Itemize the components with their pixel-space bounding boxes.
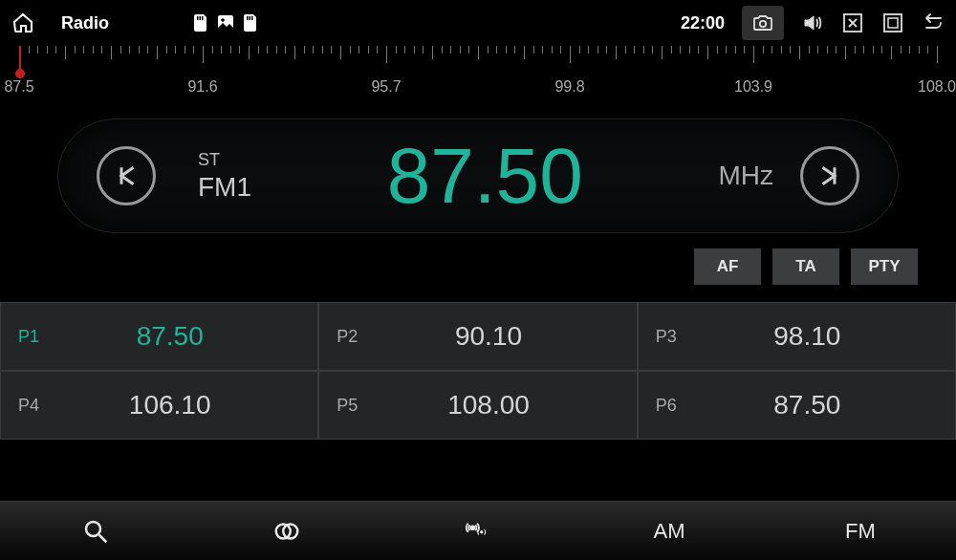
switch-icon[interactable] — [881, 11, 904, 34]
search-button[interactable] — [0, 502, 191, 560]
screenshot-button[interactable] — [742, 6, 784, 40]
svg-point-4 — [221, 18, 225, 22]
preset-value: 108.00 — [358, 390, 619, 420]
bottom-bar: AM FM — [0, 501, 956, 560]
stereo-mono-button[interactable] — [191, 502, 382, 560]
dial-label: 95.7 — [371, 78, 401, 96]
preset-name: P4 — [18, 396, 39, 416]
svg-rect-7 — [251, 16, 253, 20]
preset-name: P1 — [18, 327, 39, 347]
local-distance-button[interactable] — [382, 502, 574, 560]
close-window-icon[interactable] — [841, 11, 864, 34]
svg-point-8 — [760, 21, 766, 27]
sd-icon — [193, 14, 208, 32]
seek-prev-button[interactable] — [97, 146, 156, 205]
sd-icon-2 — [243, 14, 258, 32]
dial-label: 91.6 — [187, 78, 217, 96]
svg-rect-11 — [888, 18, 898, 28]
preset-name: P5 — [337, 396, 358, 416]
am-button[interactable]: AM — [574, 502, 765, 560]
preset-5[interactable]: P5108.00 — [318, 371, 637, 440]
dial-indicator — [19, 46, 21, 73]
svg-rect-10 — [884, 14, 902, 32]
home-icon[interactable] — [11, 11, 34, 34]
svg-rect-5 — [247, 16, 249, 20]
preset-3[interactable]: P398.10 — [638, 302, 956, 371]
fm-button[interactable]: FM — [765, 502, 956, 560]
clock: 22:00 — [681, 13, 725, 33]
dial-label: 103.9 — [734, 78, 772, 96]
svg-point-16 — [481, 530, 483, 532]
frequency-display: ST FM1 87.50 MHz — [57, 118, 899, 233]
app-title: Radio — [61, 13, 109, 33]
preset-value: 98.10 — [677, 321, 938, 352]
preset-1[interactable]: P187.50 — [0, 302, 318, 371]
band-label: FM1 — [198, 172, 251, 203]
preset-name: P2 — [337, 327, 358, 347]
svg-rect-6 — [250, 16, 251, 20]
frequency-unit: MHz — [718, 161, 773, 191]
preset-value: 87.50 — [677, 390, 938, 420]
svg-point-12 — [86, 522, 100, 536]
preset-6[interactable]: P687.50 — [638, 371, 956, 440]
preset-name: P3 — [656, 327, 677, 347]
preset-value: 90.10 — [358, 321, 619, 352]
volume-icon[interactable] — [801, 11, 824, 34]
svg-rect-2 — [202, 16, 204, 20]
af-button[interactable]: AF — [694, 248, 761, 285]
camera-icon — [751, 11, 774, 34]
rds-buttons: AF TA PTY — [0, 233, 956, 302]
seek-next-button[interactable] — [800, 146, 859, 205]
tuning-dial[interactable]: 87.591.695.799.8103.9108.0 — [0, 46, 956, 115]
sd-card-icons — [193, 14, 258, 32]
svg-point-15 — [471, 526, 475, 529]
dial-label: 87.5 — [4, 78, 33, 96]
dial-label: 108.0 — [918, 78, 956, 96]
preset-4[interactable]: P4106.10 — [0, 371, 318, 440]
frequency-value: 87.50 — [274, 131, 695, 221]
picture-icon — [218, 14, 233, 32]
preset-grid: P187.50P290.10P398.10P4106.10P5108.00P68… — [0, 302, 956, 440]
preset-value: 87.50 — [39, 321, 300, 352]
status-bar: Radio 22:00 — [0, 0, 956, 46]
svg-rect-0 — [197, 16, 199, 20]
preset-2[interactable]: P290.10 — [318, 302, 637, 371]
ta-button[interactable]: TA — [772, 248, 839, 285]
stereo-indicator: ST — [198, 150, 251, 170]
preset-name: P6 — [656, 396, 677, 416]
dial-label: 99.8 — [554, 78, 584, 96]
preset-value: 106.10 — [39, 390, 300, 420]
svg-rect-1 — [200, 16, 202, 20]
pty-button[interactable]: PTY — [851, 248, 918, 285]
back-icon[interactable] — [922, 11, 945, 34]
